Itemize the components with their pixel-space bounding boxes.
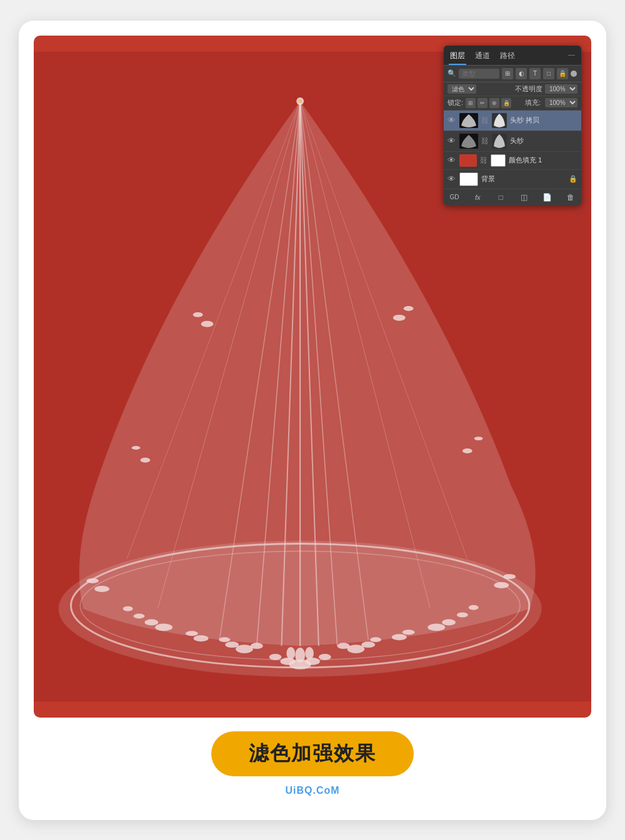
layers-icon-5[interactable]: 🔒 bbox=[557, 68, 568, 79]
svg-point-34 bbox=[123, 606, 133, 611]
layer-type-search[interactable] bbox=[459, 69, 499, 79]
visibility-icon-fill[interactable]: 👁 bbox=[448, 156, 456, 165]
layer-mask-veil-copy bbox=[492, 113, 507, 128]
search-icon: 🔍 bbox=[448, 69, 456, 77]
panel-search-toolbar: 🔍 ⊞ ◐ T □ 🔒 bbox=[444, 66, 581, 82]
tab-paths[interactable]: 路径 bbox=[499, 48, 516, 65]
layers-icon-3[interactable]: T bbox=[529, 68, 541, 79]
visibility-icon-veil[interactable]: 👁 bbox=[448, 136, 456, 146]
visibility-icon-veil-copy[interactable]: 👁 bbox=[448, 116, 456, 125]
layer-name-veil: 头纱 bbox=[510, 136, 578, 146]
svg-point-23 bbox=[236, 645, 253, 653]
blend-mode-select[interactable]: 滤色 bbox=[448, 84, 476, 94]
layer-mask-veil bbox=[492, 134, 507, 149]
opacity-select[interactable]: 100% bbox=[545, 84, 578, 94]
svg-point-48 bbox=[132, 446, 141, 450]
create-layer-button[interactable]: 📄 bbox=[541, 192, 554, 203]
svg-point-52 bbox=[193, 312, 203, 317]
layer-item-background[interactable]: 👁 背景 🔒 bbox=[444, 170, 581, 189]
svg-point-47 bbox=[140, 457, 150, 462]
svg-point-27 bbox=[348, 645, 365, 653]
color-swatch-white bbox=[491, 154, 506, 167]
panel-dot bbox=[571, 71, 577, 77]
create-group-button[interactable]: ◫ bbox=[518, 192, 531, 203]
svg-point-38 bbox=[469, 605, 479, 610]
svg-point-39 bbox=[94, 585, 109, 591]
visibility-icon-bg[interactable]: 👁 bbox=[448, 174, 456, 184]
layers-panel: 图层 通道 路径 — 🔍 ⊞ ◐ T □ 🔒 滤色 不透明度 bbox=[444, 46, 581, 205]
lock-transparency-icon[interactable]: ⊞ bbox=[466, 98, 476, 108]
layer-item-veil[interactable]: 👁 ⛓ 头纱 bbox=[444, 131, 581, 152]
add-mask-button[interactable]: □ bbox=[494, 192, 508, 203]
svg-point-40 bbox=[86, 578, 99, 583]
layers-icon-1[interactable]: ⊞ bbox=[502, 68, 513, 79]
blendmode-opacity-row: 滤色 不透明度 100% bbox=[444, 82, 581, 96]
layers-icon-2[interactable]: ◐ bbox=[516, 68, 527, 79]
layer-thumb-veil bbox=[459, 134, 478, 149]
panel-tabs: 图层 通道 路径 — bbox=[444, 46, 581, 66]
svg-point-43 bbox=[194, 635, 209, 641]
layer-item-color-fill[interactable]: 👁 ⛓ 颜色填充 1 bbox=[444, 152, 581, 170]
layer-name-bg: 背景 bbox=[481, 174, 566, 184]
svg-point-37 bbox=[457, 612, 468, 617]
svg-point-50 bbox=[474, 437, 483, 440]
svg-point-26 bbox=[219, 637, 230, 642]
lock-icons-group: ⊞ ✏ ⊕ 🔒 bbox=[466, 98, 511, 108]
fx-button[interactable]: fx bbox=[471, 192, 484, 203]
svg-point-29 bbox=[338, 643, 350, 649]
svg-point-53 bbox=[393, 314, 406, 320]
layer-name-fill: 颜色填充 1 bbox=[509, 156, 578, 165]
svg-point-41 bbox=[494, 582, 509, 588]
svg-point-19 bbox=[319, 654, 331, 660]
svg-point-33 bbox=[134, 613, 145, 618]
tab-layers[interactable]: 图层 bbox=[449, 48, 466, 65]
chain-icon-veil: ⛓ bbox=[481, 137, 489, 146]
caption-pill: 滤色加强效果 bbox=[211, 731, 414, 776]
svg-point-16 bbox=[280, 657, 295, 665]
svg-point-45 bbox=[392, 634, 407, 640]
svg-point-20 bbox=[295, 648, 305, 663]
watermark: UiBQ.CoM bbox=[285, 785, 339, 796]
lock-paint-icon[interactable]: ✏ bbox=[478, 98, 488, 108]
chain-icon-veil-copy: ⛓ bbox=[481, 116, 489, 125]
layer-item-veil-copy[interactable]: 👁 ⛓ 头纱 拷贝 bbox=[444, 111, 581, 131]
fill-label: 填充: bbox=[525, 98, 541, 107]
svg-point-30 bbox=[370, 637, 381, 642]
lock-icon-bg: 🔒 bbox=[569, 175, 578, 183]
tab-channels[interactable]: 通道 bbox=[474, 48, 491, 65]
main-card: 图层 通道 路径 — 🔍 ⊞ ◐ T □ 🔒 滤色 不透明度 bbox=[19, 21, 606, 820]
gd-button[interactable]: GD bbox=[448, 192, 461, 203]
lock-move-icon[interactable]: ⊕ bbox=[489, 98, 499, 108]
svg-point-49 bbox=[462, 448, 472, 453]
svg-point-35 bbox=[428, 623, 445, 631]
chain-icon-fill: ⛓ bbox=[480, 156, 488, 165]
svg-point-17 bbox=[305, 657, 320, 665]
lock-artboard-icon[interactable]: 🔒 bbox=[501, 98, 511, 108]
svg-point-36 bbox=[442, 619, 456, 625]
svg-point-24 bbox=[225, 641, 239, 648]
layer-thumb-bg bbox=[459, 172, 478, 186]
fill-select[interactable]: 100% bbox=[545, 98, 578, 107]
layer-name-veil-copy: 头纱 拷贝 bbox=[510, 116, 578, 125]
opacity-label: 不透明度 bbox=[515, 84, 542, 94]
svg-point-31 bbox=[155, 623, 172, 631]
lock-label: 锁定: bbox=[448, 98, 463, 107]
svg-point-44 bbox=[186, 631, 198, 636]
panel-bottom-toolbar: GD fx □ ◫ 📄 🗑 bbox=[444, 189, 581, 205]
delete-layer-button[interactable]: 🗑 bbox=[564, 192, 578, 203]
svg-point-56 bbox=[298, 99, 302, 102]
color-swatch-red bbox=[459, 154, 477, 167]
layers-icon-4[interactable]: □ bbox=[543, 68, 554, 79]
caption-area: 滤色加强效果 UiBQ.CoM bbox=[211, 718, 414, 801]
layer-thumb-veil-copy bbox=[459, 113, 478, 128]
canvas-area: 图层 通道 路径 — 🔍 ⊞ ◐ T □ 🔒 滤色 不透明度 bbox=[34, 36, 591, 718]
svg-point-42 bbox=[503, 574, 516, 579]
svg-point-18 bbox=[269, 654, 282, 660]
svg-point-32 bbox=[144, 619, 158, 625]
svg-point-21 bbox=[286, 647, 295, 660]
lock-fill-row: 锁定: ⊞ ✏ ⊕ 🔒 填充: 100% bbox=[444, 96, 581, 111]
panel-close-icon[interactable]: — bbox=[567, 48, 576, 65]
svg-point-28 bbox=[361, 641, 375, 648]
svg-point-51 bbox=[201, 320, 214, 327]
svg-point-54 bbox=[404, 306, 414, 311]
